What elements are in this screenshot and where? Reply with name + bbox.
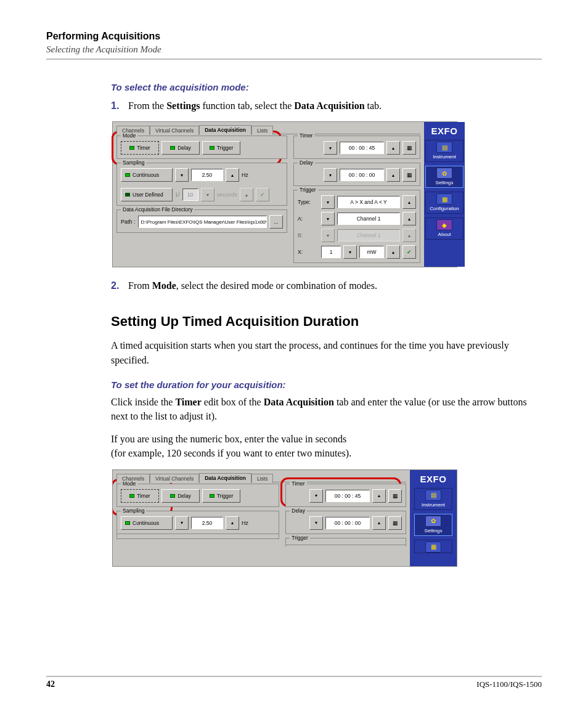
nav-settings[interactable]: ✿Settings [425,166,463,188]
tab-bar: Channels Virtual Channels Data Acquisiti… [116,473,406,482]
delay-keypad-button[interactable]: ▦ [402,168,416,182]
x-unit-field[interactable]: mW [359,246,384,258]
text: tab. [365,100,382,111]
directory-group: Data Acquisition File Directory Path : D… [116,209,287,233]
timer-down-button[interactable] [309,489,323,503]
timer-up-button[interactable] [372,489,386,503]
timer-keypad-button[interactable]: ▦ [402,141,416,155]
about-icon: ◆ [436,219,452,230]
status-lamp-icon [125,521,130,525]
label: Instrument [433,154,456,160]
rate-up-button[interactable] [226,516,239,530]
trigger-group: Trigger [285,538,406,546]
cutoff [117,533,279,538]
nav-about[interactable]: ◆About [425,217,463,240]
tab-data-acquisition[interactable]: Data Acquisition [199,125,251,135]
delay-up-button[interactable] [386,168,400,182]
delay-keypad-button[interactable]: ▦ [388,516,402,530]
mode-timer-button[interactable]: Timer [121,141,159,155]
a-up-button[interactable] [402,212,416,225]
instrument-icon: ▤ [425,490,441,501]
x-unit-up-button[interactable] [386,245,400,259]
cutoff [286,545,406,550]
timer-up-button[interactable] [386,141,400,155]
x-unit-down-button[interactable] [343,245,357,259]
tab-data-acquisition[interactable]: Data Acquisition [199,473,251,483]
screenshot-2: Channels Virtual Channels Data Acquisiti… [112,469,457,567]
label: Configuration [430,206,459,211]
continuous-button[interactable]: Continuous [121,516,173,530]
hz-label: Hz [242,172,248,178]
trigger-group: Trigger Type: A > X and A < Y A: Channel… [293,190,420,263]
userdef-apply-button [256,188,269,201]
rate-up-button[interactable] [226,168,239,182]
rate-down-button[interactable] [175,168,189,182]
group-title: Delay [298,160,315,166]
delay-group: Delay 00 : 00 : 00 ▦ [293,163,420,186]
mode-trigger-button[interactable]: Trigger [202,489,240,503]
timer-field[interactable]: 00 : 00 : 45 [340,142,384,154]
mode-trigger-button[interactable]: Trigger [202,141,240,155]
delay-up-button[interactable] [372,516,386,530]
path-field[interactable]: D:\Program Files\EXFO\IQS Manager\User F… [138,216,267,228]
side-nav: EXFO ▤Instrument ✿Settings ▦Configuratio… [424,122,465,267]
delay-field[interactable]: 00 : 00 : 00 [340,169,384,181]
browse-button[interactable]: ... [269,215,283,229]
prefix: 1/ [175,192,180,198]
a-down-button[interactable] [321,212,335,225]
type-field[interactable]: A > X and A < Y [337,196,400,208]
a-field[interactable]: Channel 1 [337,213,400,225]
mode-delay-button[interactable]: Delay [161,489,200,503]
userdef-down-button [201,188,214,201]
step-number: 2. [111,278,128,293]
tab-lists[interactable]: Lists [251,474,273,483]
user-defined-button[interactable]: User Defined [121,188,173,201]
group-title: Sampling [121,508,146,514]
x-apply-button[interactable] [402,245,416,259]
timer-field[interactable]: 00 : 00 : 45 [325,490,370,502]
label: Settings [436,180,454,185]
tab-virtual-channels[interactable]: Virtual Channels [150,126,199,135]
delay-group: Delay 00 : 00 : 00 ▦ [285,511,406,534]
bold: Mode [152,280,176,291]
group-title: Trigger [298,187,318,193]
procedure-heading-1: To select the acquisition mode: [111,82,542,92]
status-lamp-icon [129,494,134,498]
unit-label: seconds [217,192,238,198]
rate-down-button[interactable] [175,516,189,530]
nav-configuration[interactable]: ▦Configuration [425,192,463,214]
group-title: Mode [121,481,137,487]
procedure-heading-2: To set the duration for your acquisition… [111,379,542,390]
status-lamp-icon [129,146,134,150]
mode-delay-button[interactable]: Delay [161,141,200,155]
group-title: Timer [290,481,306,487]
timer-group: Timer 00 : 00 : 45 ▦ [293,136,420,159]
timer-down-button[interactable] [324,141,337,155]
delay-down-button[interactable] [324,168,337,182]
tab-virtual-channels[interactable]: Virtual Channels [150,474,199,483]
nav-instrument[interactable]: ▤Instrument [425,140,463,162]
side-nav: EXFO ▤Instrument ✿Settings ▦ [410,470,457,566]
nav-settings[interactable]: ✿Settings [414,514,452,536]
delay-field[interactable]: 00 : 00 : 00 [325,517,370,529]
continuous-button[interactable]: Continuous [121,168,173,182]
timer-keypad-button[interactable]: ▦ [388,489,402,503]
x-field[interactable]: 1 [321,246,341,258]
status-lamp-icon [125,173,130,177]
label: Delay [178,145,191,151]
label: Settings [425,528,443,533]
step-number: 1. [111,99,128,113]
type-up-button[interactable] [402,195,416,209]
nav-instrument[interactable]: ▤Instrument [414,488,452,510]
userdef-n-field: 10 [182,189,198,201]
screenshot-1: Channels Virtual Channels Data Acquisiti… [112,121,457,267]
type-down-button[interactable] [321,195,335,209]
rate-field[interactable]: 2.50 [191,169,223,181]
paragraph: A timed acquisition starts when you star… [111,338,542,367]
rate-field[interactable]: 2.50 [191,517,223,529]
nav-configuration[interactable]: ▦ [414,540,452,553]
mode-timer-button[interactable]: Timer [121,489,159,503]
delay-down-button[interactable] [309,516,323,530]
tab-lists[interactable]: Lists [251,126,273,135]
mode-group: Mode Timer Delay Trigger [116,484,279,507]
